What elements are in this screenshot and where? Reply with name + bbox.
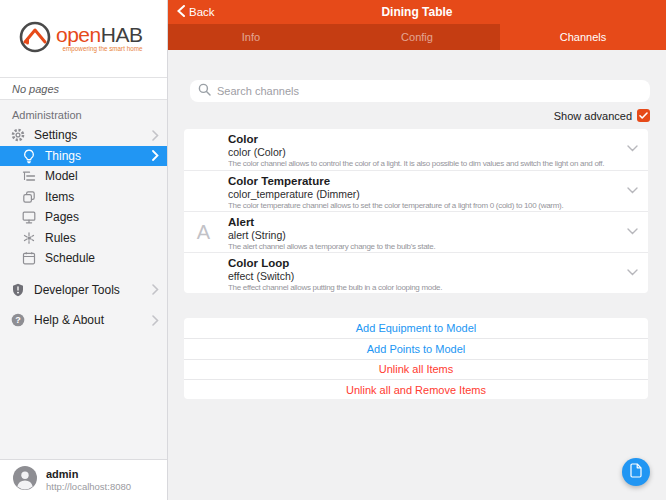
- tab-channels[interactable]: Channels: [500, 24, 666, 50]
- sidebar-nav: Settings Things: [0, 125, 167, 331]
- letter-a-icon: A: [190, 219, 217, 246]
- administration-section-label: Administration: [12, 109, 167, 121]
- openhab-logo-icon: [18, 20, 52, 58]
- developer-tools-shield-icon: [10, 282, 26, 298]
- color-wheel-icon: [190, 178, 217, 205]
- sidebar-item-developer-tools[interactable]: Developer Tools: [0, 280, 167, 301]
- gear-icon: [10, 127, 26, 143]
- chevron-down-icon[interactable]: [627, 221, 638, 239]
- openhab-app: openHAB empowering the smart home No pag…: [0, 0, 666, 500]
- sidebar-item-items[interactable]: Items: [0, 187, 167, 208]
- sidebar-item-settings[interactable]: Settings: [0, 125, 167, 146]
- tab-info[interactable]: Info: [168, 24, 334, 50]
- document-icon: [630, 463, 643, 482]
- channel-id: color_temperature (Dimmer): [228, 188, 620, 201]
- brand-name: openHAB: [56, 24, 142, 45]
- channel-description: The alert channel allows a temporary cha…: [228, 242, 620, 252]
- sidebar: openHAB empowering the smart home No pag…: [0, 0, 168, 500]
- sidebar-item-label: Settings: [34, 128, 152, 142]
- chevron-right-icon: [152, 315, 159, 326]
- sidebar-item-label: Things: [45, 149, 152, 163]
- unlink-all-items-button[interactable]: Unlink all Items: [184, 359, 648, 379]
- channel-title: Color: [228, 133, 620, 146]
- back-label: Back: [189, 6, 215, 18]
- chevron-down-icon[interactable]: [627, 138, 638, 156]
- rules-spark-icon: [21, 230, 37, 246]
- svg-text:?: ?: [15, 315, 21, 325]
- show-advanced-row: Show advanced: [168, 109, 650, 122]
- color-wheel-icon: [190, 136, 217, 163]
- add-equipment-to-model-button[interactable]: Add Equipment to Model: [184, 318, 648, 338]
- tabbar: Info Config Channels: [168, 24, 666, 50]
- channel-row-color[interactable]: Color color (Color) The color channel al…: [184, 129, 648, 170]
- channels-content: Show advanced Color color (Color) The co…: [168, 50, 666, 500]
- sidebar-item-help-about[interactable]: ? Help & About: [0, 310, 167, 331]
- action-list: Add Equipment to Model Add Points to Mod…: [184, 318, 648, 399]
- chevron-right-icon: [152, 284, 159, 295]
- channel-row-alert[interactable]: A Alert alert (String) The alert channel…: [184, 211, 648, 252]
- chevron-left-icon: [177, 5, 185, 19]
- chevron-down-icon[interactable]: [627, 262, 638, 280]
- add-points-to-model-button[interactable]: Add Points to Model: [184, 338, 648, 358]
- back-button[interactable]: Back: [168, 5, 215, 19]
- user-account[interactable]: admin http://localhost:8080: [0, 459, 167, 500]
- help-question-icon: ?: [10, 312, 26, 328]
- items-copy-icon: [21, 189, 37, 205]
- channel-title: Color Loop: [228, 257, 620, 270]
- channel-row-color-loop[interactable]: Color Loop effect (Switch) The effect ch…: [184, 252, 648, 293]
- model-tree-icon: [21, 168, 37, 184]
- sidebar-item-pages[interactable]: Pages: [0, 207, 167, 228]
- channel-row-color-temperature[interactable]: Color Temperature color_temperature (Dim…: [184, 170, 648, 211]
- channel-description: The color temperature channel allows to …: [228, 201, 620, 211]
- sidebar-item-label: Rules: [45, 231, 159, 245]
- sidebar-item-label: Pages: [45, 210, 159, 224]
- channel-description: The color channel allows to control the …: [228, 159, 620, 169]
- channel-title: Alert: [228, 216, 620, 229]
- search-input[interactable]: [217, 85, 642, 97]
- sidebar-item-things[interactable]: Things: [0, 146, 167, 167]
- tab-config[interactable]: Config: [334, 24, 500, 50]
- sidebar-item-label: Developer Tools: [34, 283, 152, 297]
- sidebar-item-label: Schedule: [45, 251, 159, 265]
- sidebar-item-model[interactable]: Model: [0, 166, 167, 187]
- show-advanced-label: Show advanced: [554, 110, 632, 122]
- search-icon: [198, 82, 211, 100]
- sidebar-item-rules[interactable]: Rules: [0, 228, 167, 249]
- pages-monitor-icon: [21, 209, 37, 225]
- sidebar-item-schedule[interactable]: Schedule: [0, 248, 167, 269]
- channel-id: effect (Switch): [228, 270, 620, 283]
- main-panel: Back Dining Table Info Config Channels S…: [168, 0, 666, 500]
- edit-thing-fab[interactable]: [622, 458, 650, 486]
- channel-id: color (Color): [228, 146, 620, 159]
- channel-list: Color color (Color) The color channel al…: [184, 129, 648, 293]
- chevron-right-icon: [152, 150, 159, 161]
- channel-title: Color Temperature: [228, 175, 620, 188]
- brand-tagline: empowering the smart home: [56, 46, 142, 52]
- channel-description: The effect channel allows putting the bu…: [228, 283, 620, 293]
- sidebar-item-label: Items: [45, 190, 159, 204]
- openhab-logo[interactable]: openHAB empowering the smart home: [0, 0, 167, 77]
- avatar: [13, 466, 37, 494]
- search-bar: [190, 80, 650, 102]
- sidebar-item-label: Model: [45, 169, 159, 183]
- no-pages-label: No pages: [0, 77, 167, 100]
- lightbulb-icon: [21, 148, 37, 164]
- page-title: Dining Table: [168, 5, 666, 19]
- user-name: admin: [46, 468, 131, 480]
- channel-id: alert (String): [228, 229, 620, 242]
- unlink-all-and-remove-items-button[interactable]: Unlink all and Remove Items: [184, 379, 648, 399]
- color-wheel-icon: [190, 260, 217, 287]
- chevron-down-icon[interactable]: [627, 180, 638, 198]
- show-advanced-checkbox[interactable]: [637, 109, 650, 122]
- user-server-url: http://localhost:8080: [46, 481, 131, 492]
- schedule-calendar-icon: [21, 250, 37, 266]
- sidebar-item-label: Help & About: [34, 313, 152, 327]
- chevron-right-icon: [152, 130, 159, 141]
- navbar: Back Dining Table: [168, 0, 666, 24]
